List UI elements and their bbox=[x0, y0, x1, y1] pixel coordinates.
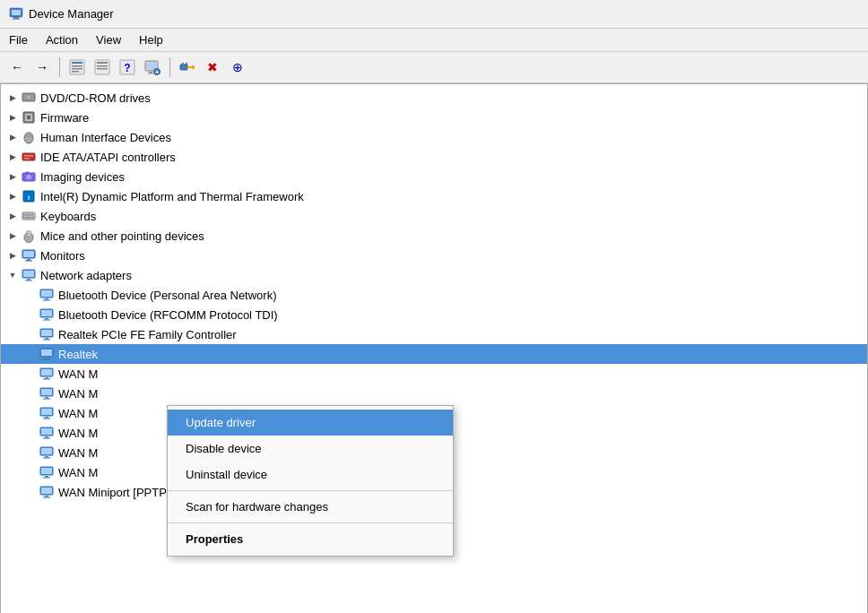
svg-rect-72 bbox=[43, 320, 50, 321]
svg-rect-47 bbox=[26, 214, 28, 216]
tree-item-firmware[interactable]: ▶ Firmware bbox=[1, 108, 867, 127]
svg-rect-36 bbox=[22, 153, 35, 160]
tree-item-dvd[interactable]: ▶ DVD/CD-ROM drives bbox=[1, 88, 867, 108]
ctx-uninstall-device[interactable]: Uninstall device bbox=[168, 462, 453, 488]
network-adapter-wan-miniport-icon bbox=[39, 484, 55, 500]
tree-item-intel[interactable]: ▶ i Intel(R) Dynamic Platform and Therma… bbox=[1, 186, 867, 206]
svg-rect-102 bbox=[41, 468, 52, 474]
ctx-update-driver[interactable]: Update driver bbox=[168, 410, 453, 436]
tree-item-imaging[interactable]: ▶ Imaging devices bbox=[1, 167, 867, 186]
update-driver-button[interactable] bbox=[91, 56, 114, 79]
svg-rect-59 bbox=[27, 259, 30, 261]
svg-rect-99 bbox=[45, 456, 48, 458]
network-adapter-bt-rfcomm-icon bbox=[39, 306, 55, 323]
tree-item-bt-pan[interactable]: ▶ Bluetooth Device (Personal Area Networ… bbox=[1, 285, 867, 305]
svg-rect-50 bbox=[23, 217, 25, 219]
svg-rect-3 bbox=[13, 19, 20, 20]
wan4-label: WAN M bbox=[58, 427, 98, 440]
plugin-button[interactable] bbox=[176, 56, 199, 79]
expander-imaging[interactable]: ▶ bbox=[6, 170, 19, 183]
wan6-label: WAN M bbox=[58, 466, 98, 479]
keyboards-label: Keyboards bbox=[40, 210, 96, 223]
mice-icon bbox=[21, 228, 37, 244]
expander-keyboards[interactable]: ▶ bbox=[6, 210, 19, 222]
network-adapter-wan4-icon bbox=[39, 425, 55, 441]
firmware-label: Firmware bbox=[40, 111, 89, 125]
wan5-label: WAN M bbox=[58, 446, 98, 460]
download-button[interactable] bbox=[226, 56, 249, 79]
menu-file[interactable]: File bbox=[0, 30, 37, 49]
bt-rfcomm-label: Bluetooth Device (RFCOMM Protocol TDI) bbox=[58, 308, 278, 322]
toolbar: ? + bbox=[0, 52, 868, 83]
ctx-disable-device[interactable]: Disable device bbox=[168, 436, 453, 462]
ide-icon bbox=[21, 149, 37, 165]
scan-button[interactable]: + bbox=[141, 56, 164, 79]
tree-item-mice[interactable]: ▶ Mice and other pointing devices bbox=[1, 226, 867, 246]
wan1-label: WAN M bbox=[58, 367, 98, 381]
intel-label: Intel(R) Dynamic Platform and Thermal Fr… bbox=[40, 190, 304, 203]
wan3-label: WAN M bbox=[58, 407, 98, 420]
imaging-label: Imaging devices bbox=[40, 170, 125, 184]
expander-dvd[interactable]: ▶ bbox=[6, 91, 19, 104]
network-icon bbox=[21, 267, 37, 283]
svg-rect-79 bbox=[45, 358, 48, 359]
ide-label: IDE ATA/ATAPI controllers bbox=[40, 151, 176, 164]
expander-hid[interactable]: ▶ bbox=[6, 131, 19, 143]
tree-item-realtek-wifi[interactable]: ▶ Realtek bbox=[1, 344, 867, 364]
svg-rect-70 bbox=[41, 310, 52, 316]
tree-item-network[interactable]: ▼ Network adapters bbox=[1, 265, 867, 285]
tree-item-realtek-pcie[interactable]: ▶ Realtek PCIe FE Family Controller bbox=[1, 324, 867, 344]
toolbar-separator-2 bbox=[169, 57, 170, 77]
svg-rect-104 bbox=[43, 478, 50, 479]
svg-rect-108 bbox=[43, 497, 50, 498]
main-area: ▶ DVD/CD-ROM drives ▶ Firmware bbox=[0, 83, 868, 613]
device-tree[interactable]: ▶ DVD/CD-ROM drives ▶ Firmware bbox=[0, 83, 868, 613]
expander-firmware[interactable]: ▶ bbox=[6, 111, 19, 124]
realtek-pcie-label: Realtek PCIe FE Family Controller bbox=[58, 328, 237, 341]
back-button[interactable] bbox=[5, 56, 29, 79]
tree-item-bt-rfcomm[interactable]: ▶ Bluetooth Device (RFCOMM Protocol TDI) bbox=[1, 305, 867, 324]
expander-ide[interactable]: ▶ bbox=[6, 151, 19, 163]
tree-item-hid[interactable]: ▶ Human Interface Devices bbox=[1, 127, 867, 147]
svg-text:+: + bbox=[155, 68, 160, 75]
svg-rect-60 bbox=[25, 261, 32, 262]
svg-rect-83 bbox=[45, 377, 48, 379]
svg-rect-62 bbox=[23, 271, 34, 277]
intel-icon: i bbox=[21, 188, 37, 204]
tree-item-wan1[interactable]: ▶ WAN M bbox=[1, 364, 867, 384]
title-bar: Device Manager bbox=[0, 0, 868, 29]
remove-button[interactable] bbox=[201, 56, 224, 79]
menu-action[interactable]: Action bbox=[37, 30, 87, 49]
tree-item-ide[interactable]: ▶ IDE ATA/ATAPI controllers bbox=[1, 147, 867, 167]
svg-rect-75 bbox=[45, 338, 48, 340]
forward-button[interactable] bbox=[30, 56, 54, 79]
svg-rect-66 bbox=[41, 290, 52, 297]
svg-rect-2 bbox=[13, 17, 19, 19]
network-adapter-wan6-icon bbox=[39, 464, 55, 480]
menu-help[interactable]: Help bbox=[130, 30, 172, 49]
tree-item-keyboards[interactable]: ▶ Keyboards bbox=[1, 206, 867, 226]
svg-rect-107 bbox=[45, 496, 48, 497]
tree-item-wan2[interactable]: ▶ WAN M bbox=[1, 384, 867, 403]
svg-rect-51 bbox=[26, 217, 30, 219]
properties-button[interactable] bbox=[65, 56, 89, 79]
expander-monitors[interactable]: ▶ bbox=[6, 249, 19, 262]
ctx-scan-hardware[interactable]: Scan for hardware changes bbox=[168, 494, 453, 520]
menu-view[interactable]: View bbox=[87, 30, 130, 49]
ctx-sep-2 bbox=[168, 522, 453, 523]
help-button[interactable]: ? bbox=[116, 56, 139, 79]
expander-intel[interactable]: ▶ bbox=[6, 190, 19, 203]
svg-rect-48 bbox=[29, 214, 30, 216]
svg-rect-74 bbox=[41, 330, 52, 336]
wan-miniport-label: WAN Miniport [PPTP] bbox=[58, 486, 169, 499]
tree-item-monitors[interactable]: ▶ Monitors bbox=[1, 246, 867, 265]
context-menu: Update driver Disable device Uninstall d… bbox=[167, 405, 454, 557]
expander-mice[interactable]: ▶ bbox=[6, 229, 19, 242]
svg-rect-78 bbox=[41, 350, 52, 356]
svg-rect-24 bbox=[187, 66, 192, 68]
svg-rect-58 bbox=[23, 251, 34, 257]
expander-network[interactable]: ▼ bbox=[6, 269, 19, 281]
realtek-wifi-label: Realtek bbox=[58, 348, 98, 361]
ctx-properties[interactable]: Properties bbox=[168, 526, 453, 552]
svg-rect-7 bbox=[72, 68, 82, 70]
